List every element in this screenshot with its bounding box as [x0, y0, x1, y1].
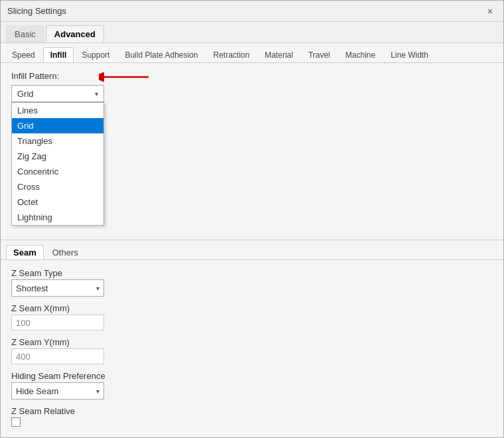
bottom-panel: Seam Others Z Seam Type Shortest ▾ Z S [1, 240, 503, 437]
dropdown-item-triangles[interactable]: Triangles [12, 133, 103, 149]
tab-build-plate[interactable]: Build Plate Adhesion [117, 47, 205, 62]
close-button[interactable]: × [483, 5, 497, 18]
dropdown-item-octet[interactable]: Octet [12, 194, 103, 210]
z-seam-y-label: Z Seam Y(mm) [11, 337, 493, 347]
dropdown-item-lightning[interactable]: Lightning [12, 210, 103, 225]
tab-seam[interactable]: Seam [6, 245, 44, 259]
tab-travel[interactable]: Travel [301, 47, 338, 62]
hiding-seam-dropdown[interactable]: Hide Seam ▾ [11, 382, 104, 400]
title-bar: Slicing Settings × [1, 1, 503, 22]
tab-support[interactable]: Support [74, 47, 117, 62]
dropdown-item-cross[interactable]: Cross [12, 179, 103, 194]
z-seam-type-group: Z Seam Type Shortest ▾ [11, 268, 493, 297]
hiding-seam-value: Hide Seam [16, 386, 58, 396]
z-seam-y-group: Z Seam Y(mm) [11, 337, 493, 364]
dropdown-item-zigzag[interactable]: Zig Zag [12, 149, 103, 164]
dropdown-item-lines[interactable]: Lines [12, 103, 103, 118]
main-content: Infill Pattern: Grid ▾ Lines Grid Triang… [1, 63, 503, 437]
dropdown-item-concentric[interactable]: Concentric [12, 164, 103, 179]
chevron-down-icon: ▾ [95, 90, 98, 98]
window-title: Slicing Settings [7, 6, 66, 16]
infill-pattern-dropdown[interactable]: Grid ▾ Lines Grid Triangles Zig Zag Conc… [11, 85, 104, 102]
outer-tab-row: Basic Advanced [1, 22, 503, 43]
tab-basic[interactable]: Basic [6, 25, 44, 42]
z-seam-type-label: Z Seam Type [11, 268, 493, 278]
z-seam-x-group: Z Seam X(mm) [11, 303, 493, 330]
tab-others[interactable]: Others [45, 245, 86, 259]
z-seam-type-dropdown[interactable]: Shortest ▾ [11, 279, 104, 297]
tab-machine[interactable]: Machine [338, 47, 383, 62]
z-seam-x-input[interactable] [11, 315, 104, 330]
infill-area: Infill Pattern: Grid ▾ Lines Grid Triang… [1, 63, 503, 110]
z-seam-relative-checkbox[interactable] [11, 417, 21, 427]
z-seam-x-label: Z Seam X(mm) [11, 303, 493, 313]
dropdown-button[interactable]: Grid ▾ [11, 85, 104, 102]
dropdown-list: Lines Grid Triangles Zig Zag Concentric … [11, 102, 104, 226]
tab-advanced[interactable]: Advanced [46, 25, 104, 42]
dropdown-item-grid[interactable]: Grid [12, 118, 103, 133]
tab-material[interactable]: Material [257, 47, 300, 62]
chevron-down-icon: ▾ [96, 388, 99, 395]
bottom-tab-row: Seam Others [1, 240, 503, 260]
inner-tab-row: Speed Infill Support Build Plate Adhesio… [1, 43, 503, 63]
z-seam-relative-group: Z Seam Relative [11, 406, 493, 427]
dropdown-selected-value: Grid [17, 89, 34, 99]
hiding-seam-group: Hiding Seam Preference Hide Seam ▾ [11, 371, 493, 400]
z-seam-type-value: Shortest [16, 283, 48, 293]
z-seam-relative-row [11, 417, 493, 427]
tab-retraction[interactable]: Retraction [206, 47, 257, 62]
tab-infill[interactable]: Infill [43, 47, 74, 62]
tab-line-width[interactable]: Line Width [383, 47, 436, 62]
infill-pattern-label: Infill Pattern: [11, 71, 493, 81]
z-seam-relative-label: Z Seam Relative [11, 406, 493, 416]
slicing-settings-window: Slicing Settings × Basic Advanced Speed … [0, 0, 504, 438]
z-seam-y-input[interactable] [11, 348, 104, 364]
tab-speed[interactable]: Speed [5, 47, 42, 62]
hiding-seam-label: Hiding Seam Preference [11, 371, 493, 381]
chevron-down-icon: ▾ [96, 285, 99, 292]
seam-content: Z Seam Type Shortest ▾ Z Seam X(mm) Z Se… [1, 260, 503, 437]
